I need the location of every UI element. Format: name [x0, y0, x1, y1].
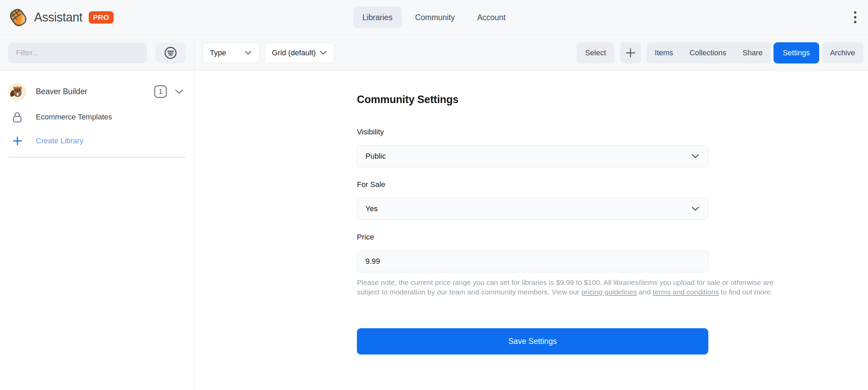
brand: Assistant PRO — [8, 8, 114, 27]
toolbar-filter-zone — [0, 35, 194, 71]
tab-share[interactable]: Share — [734, 42, 771, 63]
filter-icon — [163, 45, 178, 60]
type-dropdown[interactable]: Type — [203, 43, 259, 63]
create-library-label: Create Library — [36, 136, 83, 145]
tab-archive[interactable]: Archive — [822, 42, 863, 63]
pricing-guidelines-link[interactable]: pricing guidelines — [581, 288, 637, 296]
plus-icon — [12, 136, 23, 146]
sidebar-divider — [8, 157, 186, 158]
main-nav: Libraries Community Account — [353, 6, 515, 28]
tab-items[interactable]: Items — [647, 42, 681, 63]
nav-tab-community[interactable]: Community — [406, 6, 464, 28]
for-sale-value: Yes — [365, 204, 378, 213]
sidebar-item-beaver-builder[interactable]: Beaver Builder 1 — [8, 82, 186, 101]
app-logo-icon — [8, 8, 28, 27]
tab-settings[interactable]: Settings — [773, 42, 819, 63]
chevron-down-icon[interactable] — [174, 89, 184, 95]
add-button[interactable] — [620, 42, 641, 63]
overflow-menu-icon[interactable] — [852, 8, 858, 27]
note-text: to find out more. — [719, 288, 773, 296]
library-avatar — [8, 83, 26, 101]
visibility-label: Visibility — [357, 128, 708, 136]
pro-badge: PRO — [89, 11, 114, 24]
community-settings-form: Community Settings Visibility Public For… — [357, 93, 708, 355]
create-library-button[interactable]: Create Library — [8, 133, 186, 149]
locked-library-label: Ecommerce Templates — [36, 113, 112, 121]
main-panel: Community Settings Visibility Public For… — [194, 71, 868, 390]
filter-options-button[interactable] — [156, 43, 186, 63]
view-mode-value: Grid (default) — [272, 48, 316, 57]
visibility-value: Public — [365, 152, 386, 161]
save-settings-button[interactable]: Save Settings — [357, 328, 708, 355]
toolbar: Type Grid (default) Select Items Collect… — [0, 35, 868, 71]
app-header: Assistant PRO Libraries Community Accoun… — [0, 0, 868, 35]
view-mode-dropdown[interactable]: Grid (default) — [265, 43, 334, 63]
chevron-down-icon — [691, 206, 700, 212]
lock-icon — [13, 112, 22, 123]
chevron-down-icon — [319, 50, 327, 55]
sidebar-item-ecommerce-templates[interactable]: Ecommerce Templates — [8, 109, 186, 125]
price-input[interactable] — [357, 250, 708, 272]
page-title: Community Settings — [357, 93, 708, 106]
chevron-down-icon — [691, 154, 700, 159]
library-view-tabs: Items Collections Share Settings Archive — [647, 42, 863, 63]
library-name: Beaver Builder — [36, 87, 87, 96]
for-sale-label: For Sale — [357, 180, 708, 189]
nav-tab-account[interactable]: Account — [468, 6, 515, 28]
app-title: Assistant — [34, 10, 83, 25]
terms-and-conditions-link[interactable]: terms and conditions — [653, 288, 719, 296]
filter-input[interactable] — [8, 43, 147, 63]
price-label: Price — [357, 233, 708, 242]
type-dropdown-value: Type — [210, 48, 226, 57]
select-button[interactable]: Select — [577, 42, 614, 63]
plus-icon — [625, 47, 636, 58]
visibility-select[interactable]: Public — [357, 145, 708, 167]
library-view-tab-group: Items Collections Share — [647, 42, 771, 63]
tab-collections[interactable]: Collections — [681, 42, 735, 63]
content: Beaver Builder 1 Ecommerce Templates — [0, 71, 868, 390]
price-note: Please note, the current price range you… — [357, 278, 783, 297]
nav-tab-libraries[interactable]: Libraries — [353, 6, 402, 28]
library-count-badge: 1 — [154, 85, 167, 98]
for-sale-select[interactable]: Yes — [357, 198, 708, 220]
note-text: and — [637, 288, 653, 296]
chevron-down-icon — [244, 50, 252, 55]
toolbar-actions-zone: Type Grid (default) Select Items Collect… — [194, 35, 868, 71]
library-sidebar: Beaver Builder 1 Ecommerce Templates — [0, 71, 194, 390]
